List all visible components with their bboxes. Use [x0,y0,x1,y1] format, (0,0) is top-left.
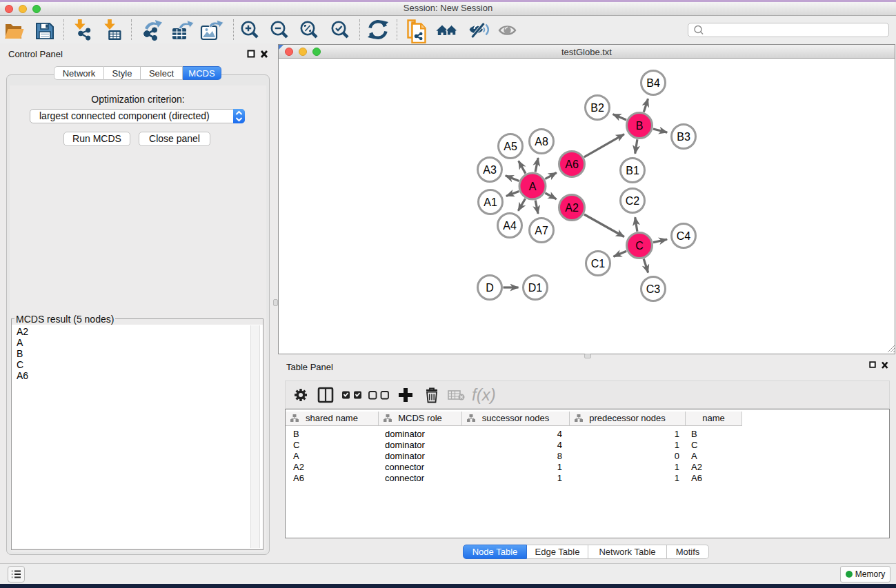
svg-text:C3: C3 [646,283,661,295]
svg-text:A: A [529,181,537,192]
svg-text:f(x): f(x) [472,385,496,404]
svg-text:A5: A5 [504,141,517,152]
svg-text:A4: A4 [503,220,517,232]
svg-text:A2: A2 [565,202,579,214]
svg-text:D1: D1 [528,282,543,294]
svg-text:B4: B4 [646,77,660,89]
svg-text:B2: B2 [590,102,604,114]
svg-text:B3: B3 [677,131,690,143]
svg-text:C4: C4 [677,230,691,242]
svg-text:C2: C2 [626,195,640,207]
svg-text:B: B [636,120,644,132]
svg-text:C: C [635,240,644,252]
svg-text:B1: B1 [626,165,639,176]
svg-text:D: D [486,282,494,294]
svg-text:A8: A8 [535,136,548,148]
svg-text:A1: A1 [484,196,497,208]
svg-text:C1: C1 [591,258,606,270]
svg-text:A6: A6 [565,159,579,170]
svg-text:A3: A3 [483,164,497,176]
svg-text:A7: A7 [535,225,548,236]
